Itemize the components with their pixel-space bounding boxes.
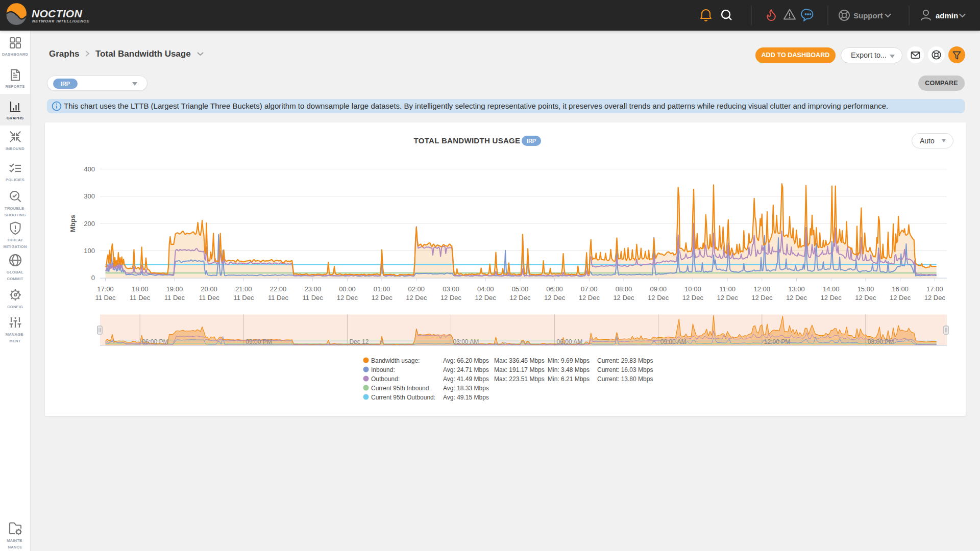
svg-text:12 Dec: 12 Dec xyxy=(890,294,911,302)
svg-text:06:00: 06:00 xyxy=(546,285,563,293)
svg-text:08:00: 08:00 xyxy=(616,285,632,293)
svg-text:12 Dec: 12 Dec xyxy=(440,294,462,302)
svg-text:300: 300 xyxy=(84,192,95,200)
svg-text:Max: 223.51 Mbps: Max: 223.51 Mbps xyxy=(494,375,545,383)
svg-text:11 Dec: 11 Dec xyxy=(95,294,116,302)
svg-text:100: 100 xyxy=(84,247,95,255)
svg-text:09:00 AM: 09:00 AM xyxy=(660,338,687,345)
svg-text:Avg: 18.33 Mbps: Avg: 18.33 Mbps xyxy=(443,385,489,392)
svg-text:TOTAL BANDWIDTH USAGE: TOTAL BANDWIDTH USAGE xyxy=(414,136,521,145)
svg-text:Min: 6.21 Mbps: Min: 6.21 Mbps xyxy=(548,375,590,383)
svg-text:12 Dec: 12 Dec xyxy=(855,294,876,302)
svg-text:NETWORK INTELLIGENCE: NETWORK INTELLIGENCE xyxy=(32,19,90,23)
svg-text:02:00: 02:00 xyxy=(408,285,425,293)
svg-text:18:00: 18:00 xyxy=(132,285,149,293)
svg-text:12 Dec: 12 Dec xyxy=(613,294,634,302)
svg-text:06:00 PM: 06:00 PM xyxy=(142,338,168,345)
svg-text:Avg: 66.20 Mbps: Avg: 66.20 Mbps xyxy=(443,357,489,364)
svg-text:admin: admin xyxy=(936,11,958,20)
svg-text:12 Dec: 12 Dec xyxy=(544,294,566,302)
svg-text:Current: 16.03 Mbps: Current: 16.03 Mbps xyxy=(597,366,653,373)
svg-text:Current 95th Outbound:: Current 95th Outbound: xyxy=(371,394,435,401)
svg-text:Current: 13.80 Mbps: Current: 13.80 Mbps xyxy=(597,375,653,383)
svg-text:09:00: 09:00 xyxy=(650,285,667,293)
svg-text:Min: 9.69 Mbps: Min: 9.69 Mbps xyxy=(548,357,590,364)
svg-text:16:00: 16:00 xyxy=(892,285,909,293)
svg-text:Min: 3.48 Mbps: Min: 3.48 Mbps xyxy=(548,366,590,373)
svg-text:400: 400 xyxy=(84,165,95,173)
svg-text:12:00: 12:00 xyxy=(754,285,771,293)
svg-text:IRP: IRP xyxy=(527,138,536,144)
svg-text:Current: 29.83 Mbps: Current: 29.83 Mbps xyxy=(597,357,653,364)
svg-text:11:00: 11:00 xyxy=(719,285,736,293)
svg-text:13:00: 13:00 xyxy=(788,285,805,293)
svg-text:12 Dec: 12 Dec xyxy=(337,294,358,302)
svg-text:12 Dec: 12 Dec xyxy=(509,294,531,302)
svg-text:00:00: 00:00 xyxy=(339,285,356,293)
svg-text:10:00: 10:00 xyxy=(684,285,701,293)
svg-text:04:00: 04:00 xyxy=(477,285,494,293)
svg-text:Max: 336.45 Mbps: Max: 336.45 Mbps xyxy=(494,357,545,364)
svg-text:22:00: 22:00 xyxy=(270,285,287,293)
svg-text:Outbound:: Outbound: xyxy=(371,375,400,383)
svg-text:12 Dec: 12 Dec xyxy=(751,294,773,302)
svg-text:12 Dec: 12 Dec xyxy=(924,294,946,302)
svg-text:12 Dec: 12 Dec xyxy=(579,294,600,302)
svg-text:11 Dec: 11 Dec xyxy=(130,294,151,302)
svg-text:12 Dec: 12 Dec xyxy=(648,294,669,302)
svg-text:03:00: 03:00 xyxy=(443,285,459,293)
svg-text:11 Dec: 11 Dec xyxy=(303,294,324,302)
svg-text:11 Dec: 11 Dec xyxy=(199,294,219,302)
svg-text:12 Dec: 12 Dec xyxy=(371,294,393,302)
svg-text:12:00 PM: 12:00 PM xyxy=(764,338,790,345)
svg-text:NOCTION: NOCTION xyxy=(32,8,82,19)
svg-text:Avg: 49.15 Mbps: Avg: 49.15 Mbps xyxy=(443,394,489,401)
svg-text:Current 95th Inbound:: Current 95th Inbound: xyxy=(371,385,431,392)
svg-text:03:00 PM: 03:00 PM xyxy=(868,338,894,345)
svg-text:11 Dec: 11 Dec xyxy=(268,294,289,302)
svg-text:01:00: 01:00 xyxy=(374,285,390,293)
svg-text:23:00: 23:00 xyxy=(304,285,321,293)
svg-text:14:00: 14:00 xyxy=(823,285,840,293)
svg-text:200: 200 xyxy=(84,220,95,228)
svg-text:Inbound:: Inbound: xyxy=(371,366,395,373)
svg-text:Auto: Auto xyxy=(920,137,935,145)
svg-text:20:00: 20:00 xyxy=(201,285,217,293)
svg-text:12 Dec: 12 Dec xyxy=(475,294,497,302)
svg-text:17:00: 17:00 xyxy=(926,285,943,293)
svg-text:Dec 12: Dec 12 xyxy=(349,338,369,345)
svg-text:17:00: 17:00 xyxy=(97,285,114,293)
svg-text:Support: Support xyxy=(853,11,883,20)
svg-text:Avg: 41.49 Mbps: Avg: 41.49 Mbps xyxy=(443,375,489,383)
svg-text:12 Dec: 12 Dec xyxy=(786,294,807,302)
svg-text:03:00 AM: 03:00 AM xyxy=(453,338,479,345)
svg-text:05:00: 05:00 xyxy=(512,285,529,293)
svg-text:15:00: 15:00 xyxy=(857,285,874,293)
svg-text:11 Dec: 11 Dec xyxy=(233,294,254,302)
svg-text:12 Dec: 12 Dec xyxy=(682,294,704,302)
svg-text:Mbps: Mbps xyxy=(69,215,77,232)
svg-text:07:00: 07:00 xyxy=(581,285,598,293)
svg-text:12 Dec: 12 Dec xyxy=(821,294,842,302)
svg-text:0: 0 xyxy=(91,274,95,282)
svg-text:19:00: 19:00 xyxy=(166,285,183,293)
svg-text:11 Dec: 11 Dec xyxy=(164,294,185,302)
svg-text:06:00 AM: 06:00 AM xyxy=(557,338,583,345)
svg-text:Bandwidth usage:: Bandwidth usage: xyxy=(371,357,420,364)
svg-text:12 Dec: 12 Dec xyxy=(406,294,427,302)
svg-text:Max: 191.17 Mbps: Max: 191.17 Mbps xyxy=(494,366,545,373)
svg-text:09:00 PM: 09:00 PM xyxy=(246,338,272,345)
svg-text:12 Dec: 12 Dec xyxy=(717,294,738,302)
svg-text:Avg: 24.71 Mbps: Avg: 24.71 Mbps xyxy=(443,366,489,373)
svg-text:21:00: 21:00 xyxy=(235,285,252,293)
